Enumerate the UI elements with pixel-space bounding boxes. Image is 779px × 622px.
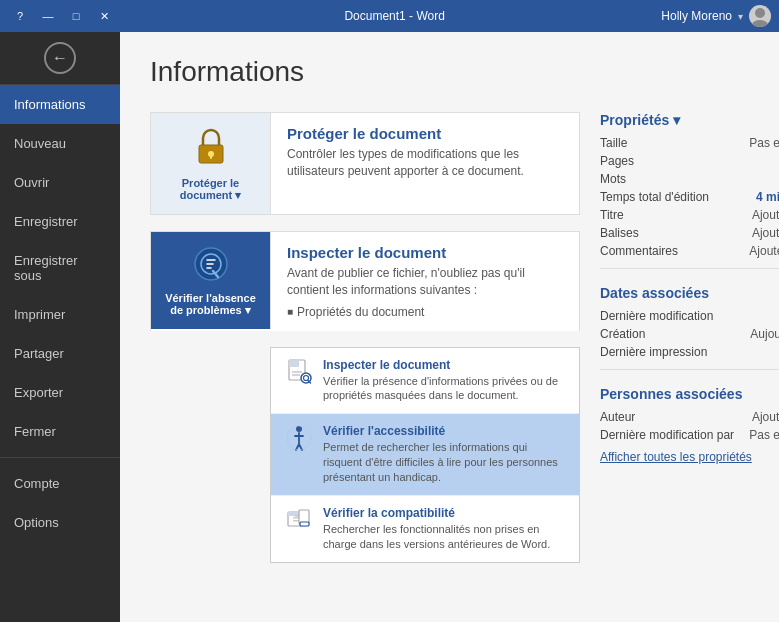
props-row-pages: Pages 1 [600, 154, 779, 168]
props-divider-1 [600, 268, 779, 269]
props-label-auteur: Auteur [600, 410, 700, 424]
minimize-btn[interactable]: — [36, 6, 60, 26]
props-label-pages: Pages [600, 154, 700, 168]
user-info: Holly Moreno ▾ [661, 5, 771, 27]
props-value-auteur: Ajouter un ... [752, 410, 779, 424]
protect-card-desc: Contrôler les types de modifications que… [287, 146, 563, 180]
props-row-creation: Création Aujourd'hui... [600, 327, 779, 341]
dropdown-item-accessibility-desc: Permet de rechercher les informations qu… [323, 440, 565, 485]
props-label-taille: Taille [600, 136, 700, 150]
props-row-mots: Mots 0 [600, 172, 779, 186]
props-label-mots: Mots [600, 172, 700, 186]
dropdown-item-inspect-desc: Vérifier la présence d'informations priv… [323, 374, 565, 404]
properties-panel: Propriétés ▾ Taille Pas encore... Pages … [580, 112, 779, 563]
props-row-balises: Balises Ajouter un ... [600, 226, 779, 240]
back-icon: ← [52, 49, 68, 67]
back-area: ← [0, 32, 120, 85]
sidebar-item-fermer[interactable]: Fermer [0, 412, 120, 451]
app-body: ← Informations Nouveau Ouvrir Enregistre… [0, 32, 779, 622]
sidebar-item-partager[interactable]: Partager [0, 334, 120, 373]
props-value-titre: Ajouter un ... [752, 208, 779, 222]
props-value-taille: Pas encore... [749, 136, 779, 150]
svg-rect-18 [300, 522, 309, 526]
svg-point-11 [296, 426, 302, 432]
dropdown-item-accessibility-title: Vérifier l'accessibilité [323, 424, 565, 438]
main-content: Informations Protéger [120, 32, 779, 622]
sidebar-item-options[interactable]: Options [0, 503, 120, 542]
props-divider-2 [600, 369, 779, 370]
inspect-card-desc: Avant de publier ce fichier, n'oubliez p… [287, 265, 563, 299]
username-label: Holly Moreno [661, 9, 732, 23]
accessibility-icon [285, 424, 313, 452]
dropdown-item-inspect[interactable]: Inspecter le document Vérifier la présen… [271, 348, 579, 415]
inspect-card-title: Inspecter le document [287, 244, 563, 261]
props-label-derniere-modif-par: Dernière modification par [600, 428, 734, 442]
dropdown-item-compatibility[interactable]: Vérifier la compatibilité Rechercher les… [271, 496, 579, 562]
props-row-commentaires: Commentaires Ajouter des... [600, 244, 779, 258]
inspect-card: Vérifier l'absence de problèmes ▾ Inspec… [150, 231, 580, 331]
svg-point-0 [755, 8, 765, 18]
inspect-icon [191, 244, 231, 286]
props-label-derniere-modif: Dernière modification [600, 309, 713, 323]
main-row: Protéger le document ▾ Protéger le docum… [150, 112, 749, 563]
svg-rect-16 [293, 520, 299, 522]
back-button[interactable]: ← [44, 42, 76, 74]
close-btn[interactable]: ✕ [92, 6, 116, 26]
svg-point-1 [752, 20, 768, 27]
props-value-commentaires: Ajouter des... [749, 244, 779, 258]
show-all-props-link[interactable]: Afficher toutes les propriétés [600, 450, 779, 464]
title-bar: ? — □ ✕ Document1 - Word Holly Moreno ▾ [0, 0, 779, 32]
compatibility-icon [285, 506, 313, 534]
maximize-btn[interactable]: □ [64, 6, 88, 26]
dropdown-panel: Inspecter le document Vérifier la présen… [270, 347, 580, 563]
dropdown-item-compatibility-title: Vérifier la compatibilité [323, 506, 565, 520]
props-value-temps: 4 minute(s) [756, 190, 779, 204]
sidebar-item-exporter[interactable]: Exporter [0, 373, 120, 412]
window-title: Document1 - Word [128, 9, 661, 23]
protect-card: Protéger le document ▾ Protéger le docum… [150, 112, 580, 215]
sidebar-divider [0, 457, 120, 458]
sidebar-item-nouveau[interactable]: Nouveau [0, 124, 120, 163]
protect-icon-label: Protéger le document ▾ [159, 177, 262, 202]
inspect-doc-icon [285, 358, 313, 386]
dates-section-title: Dates associées [600, 285, 779, 301]
props-value-derniere-modif-par: Pas encore... [749, 428, 779, 442]
props-row-temps: Temps total d'édition 4 minute(s) [600, 190, 779, 204]
avatar [749, 5, 771, 27]
props-label-balises: Balises [600, 226, 700, 240]
protect-card-body: Protéger le document Contrôler les types… [271, 113, 579, 192]
props-value-creation: Aujourd'hui... [750, 327, 779, 341]
bullet-icon: ■ [287, 306, 293, 317]
inspect-icon-area[interactable]: Vérifier l'absence de problèmes ▾ [151, 232, 271, 329]
props-label-titre: Titre [600, 208, 700, 222]
inspect-icon-label: Vérifier l'absence de problèmes ▾ [159, 292, 262, 317]
dropdown-item-accessibility[interactable]: Vérifier l'accessibilité Permet de reche… [271, 414, 579, 496]
props-row-derniere-modif: Dernière modification [600, 309, 779, 323]
props-row-derniere-impression: Dernière impression [600, 345, 779, 359]
sidebar-item-informations[interactable]: Informations [0, 85, 120, 124]
help-btn[interactable]: ? [8, 6, 32, 26]
props-row-titre: Titre Ajouter un ... [600, 208, 779, 222]
properties-section-title: Propriétés ▾ [600, 112, 779, 128]
inspect-bullet: Propriétés du document [297, 305, 424, 319]
sidebar-item-enregistrer-sous[interactable]: Enregistrer sous [0, 241, 120, 295]
props-label-derniere-impression: Dernière impression [600, 345, 707, 359]
sidebar: ← Informations Nouveau Ouvrir Enregistre… [0, 32, 120, 622]
sidebar-item-enregistrer[interactable]: Enregistrer [0, 202, 120, 241]
dropdown-item-compatibility-desc: Rechercher les fonctionnalités non prise… [323, 522, 565, 552]
svg-rect-4 [210, 155, 212, 159]
dropdown-item-inspect-title: Inspecter le document [323, 358, 565, 372]
dropdown-item-compatibility-content: Vérifier la compatibilité Rechercher les… [323, 506, 565, 552]
sidebar-item-ouvrir[interactable]: Ouvrir [0, 163, 120, 202]
page-title: Informations [150, 56, 749, 88]
props-label-temps: Temps total d'édition [600, 190, 709, 204]
sidebar-item-compte[interactable]: Compte [0, 464, 120, 503]
dropdown-item-accessibility-content: Vérifier l'accessibilité Permet de reche… [323, 424, 565, 485]
sidebar-item-imprimer[interactable]: Imprimer [0, 295, 120, 334]
protect-card-title: Protéger le document [287, 125, 563, 142]
props-row-taille: Taille Pas encore... [600, 136, 779, 150]
lock-icon [191, 125, 231, 171]
user-dropdown-icon[interactable]: ▾ [738, 11, 743, 22]
protect-icon-area[interactable]: Protéger le document ▾ [151, 113, 271, 214]
props-label-commentaires: Commentaires [600, 244, 700, 258]
